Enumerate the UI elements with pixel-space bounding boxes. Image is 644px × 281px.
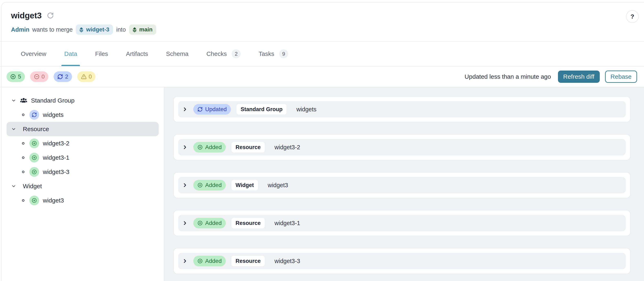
diff-row-name: widgets	[296, 106, 316, 113]
plus-circle-icon	[198, 220, 203, 226]
tree-group-label: Standard Group	[31, 97, 74, 104]
help-button[interactable]: ?	[626, 10, 639, 23]
content-area: Standard GroupwidgetsResourcewidget3-2wi…	[0, 87, 644, 281]
chevron-down-icon[interactable]	[12, 98, 16, 103]
sync-icon	[57, 74, 63, 80]
chevron-down-icon[interactable]	[12, 184, 16, 188]
diff-row-header[interactable]: AddedResourcewidget3-3	[178, 253, 626, 269]
diff-card-widget3-2: AddedResourcewidget3-2	[173, 134, 630, 160]
users-icon	[20, 97, 27, 104]
plus-circle-icon	[29, 196, 39, 205]
tab-schema[interactable]: Schema	[163, 42, 191, 66]
tab-label: Artifacts	[126, 50, 148, 57]
type-pill: Widget	[232, 180, 258, 190]
updated-count: 2	[65, 74, 68, 80]
plus-circle-icon	[198, 258, 203, 264]
tab-data[interactable]: Data	[62, 42, 80, 66]
tree-item-widget3-1[interactable]: widget3-1	[0, 150, 164, 165]
diff-list: UpdatedStandard GroupwidgetsAddedResourc…	[164, 87, 644, 281]
page-title: widget3	[11, 10, 42, 21]
tree-item-label: widget3-1	[43, 154, 69, 161]
sync-icon	[29, 110, 39, 120]
merge-text: wants to merge	[32, 26, 72, 33]
chevron-down-icon[interactable]	[12, 127, 16, 131]
chevron-right-icon[interactable]	[182, 107, 188, 112]
bullet-icon	[22, 114, 24, 116]
diff-row-name: widget3-1	[274, 220, 300, 226]
diff-card-widget3-1: AddedResourcewidget3-1	[173, 210, 630, 236]
diff-row-header[interactable]: AddedWidgetwidget3	[178, 177, 626, 193]
rebase-button[interactable]: Rebase	[605, 70, 637, 83]
tab-checks[interactable]: Checks2	[204, 42, 244, 66]
tree-group-standard-group[interactable]: Standard Group	[0, 94, 164, 108]
diff-summary-bar: 5 0 2 0 Updated less than a minute ago R…	[0, 66, 644, 87]
page-header: widget3 Admin wants to merge widget-3 in…	[0, 0, 644, 42]
chevron-right-icon[interactable]	[182, 182, 188, 188]
target-branch-badge[interactable]: main	[129, 24, 156, 35]
tree-item-widget3-3[interactable]: widget3-3	[0, 165, 164, 179]
change-badge: Added	[193, 180, 226, 190]
plus-circle-icon	[29, 167, 39, 177]
change-badge: Added	[193, 218, 226, 228]
tree-group-label: Widget	[23, 183, 42, 190]
source-branch-badge[interactable]: widget-3	[76, 24, 113, 35]
chevron-right-icon[interactable]	[182, 220, 188, 226]
tab-bar: OverviewDataFilesArtifactsSchemaChecks2T…	[0, 42, 644, 66]
warning-count: 0	[89, 74, 92, 80]
tree-item-label: widgets	[43, 111, 64, 118]
tree-item-label: widget3-3	[43, 168, 69, 175]
bullet-icon	[22, 199, 24, 202]
refresh-diff-button[interactable]: Refresh diff	[558, 70, 600, 83]
author-link[interactable]: Admin	[11, 26, 29, 33]
title-row: widget3	[11, 10, 644, 21]
source-branch-name: widget-3	[86, 26, 109, 33]
diff-row-header[interactable]: UpdatedStandard Groupwidgets	[178, 101, 626, 118]
tab-count-badge: 9	[279, 49, 288, 58]
plus-circle-icon	[29, 153, 39, 162]
diff-row-header[interactable]: AddedResourcewidget3-1	[178, 215, 626, 231]
diff-row-name: widget3-2	[274, 144, 300, 151]
warning-icon	[81, 74, 87, 80]
type-pill: Resource	[232, 142, 265, 152]
into-text: into	[116, 26, 126, 33]
bullet-icon	[22, 156, 24, 159]
change-badge-label: Added	[205, 144, 222, 150]
tree-item-widget3-2[interactable]: widget3-2	[0, 136, 164, 150]
tab-overview[interactable]: Overview	[18, 42, 49, 66]
removed-count: 0	[42, 74, 45, 80]
removed-count-pill: 0	[30, 71, 48, 82]
change-badge: Added	[193, 142, 226, 152]
type-pill: Resource	[232, 256, 265, 266]
plus-circle-icon	[198, 144, 203, 150]
added-count: 5	[18, 74, 21, 80]
diff-card-widget3: AddedWidgetwidget3	[173, 172, 630, 198]
warning-count-pill: 0	[77, 71, 96, 82]
tree-item-widget3[interactable]: widget3	[0, 193, 164, 208]
tab-files[interactable]: Files	[92, 42, 111, 66]
tree-group-widget[interactable]: Widget	[0, 179, 164, 193]
change-badge-label: Added	[205, 220, 222, 226]
diff-card-widget3-3: AddedResourcewidget3-3	[173, 248, 630, 274]
tree-item-widgets[interactable]: widgets	[0, 108, 164, 122]
tree-group-resource[interactable]: Resource	[6, 122, 159, 136]
tab-label: Checks	[206, 50, 227, 57]
tab-count-badge: 2	[232, 49, 241, 58]
chevron-right-icon[interactable]	[182, 258, 188, 264]
tab-tasks[interactable]: Tasks9	[256, 42, 291, 66]
tab-label: Data	[64, 50, 77, 57]
diff-card-widgets: UpdatedStandard Groupwidgets	[173, 96, 630, 122]
change-badge-label: Added	[205, 258, 222, 264]
updated-count-pill: 2	[54, 71, 72, 82]
last-updated-text: Updated less than a minute ago	[464, 73, 551, 80]
change-badge-label: Added	[205, 182, 222, 188]
tab-artifacts[interactable]: Artifacts	[123, 42, 151, 66]
plus-circle-icon	[29, 138, 39, 148]
change-badge: Updated	[193, 104, 231, 114]
diff-row-name: widget3-3	[274, 258, 300, 264]
reload-icon[interactable]	[47, 12, 54, 19]
bullet-icon	[22, 171, 24, 173]
diff-row-header[interactable]: AddedResourcewidget3-2	[178, 139, 626, 156]
tab-label: Files	[95, 50, 108, 57]
diff-row-name: widget3	[268, 182, 288, 188]
chevron-right-icon[interactable]	[182, 144, 188, 150]
